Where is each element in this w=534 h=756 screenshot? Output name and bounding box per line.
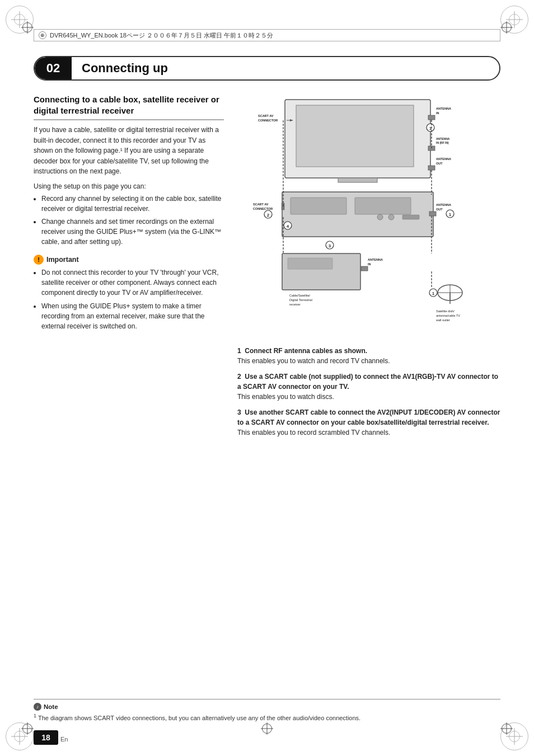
- bullet-item-1: Record any channel by selecting it on th…: [41, 194, 224, 214]
- crosshair-br: [500, 722, 513, 735]
- note-superscript: 1: [34, 713, 36, 719]
- svg-rect-34: [429, 212, 436, 216]
- chapter-title: Connecting up: [72, 61, 168, 76]
- svg-text:1: 1: [432, 291, 435, 296]
- svg-rect-20: [355, 198, 411, 214]
- svg-text:IN: IN: [436, 111, 439, 115]
- note-content: The diagram shows SCART video connection…: [38, 715, 360, 721]
- note-header: ♪ Note: [34, 703, 500, 711]
- crosshair-tl: [21, 21, 34, 34]
- svg-text:ANTENNA: ANTENNA: [436, 107, 451, 110]
- instruction-1: 1 Connect RF antenna cables as shown. Th…: [237, 346, 500, 366]
- svg-point-22: [388, 214, 394, 220]
- svg-text:ANTENNA: ANTENNA: [436, 157, 451, 161]
- warning-icon: !: [34, 255, 44, 265]
- instruction-3-text: This enables you to record scrambled TV …: [237, 429, 390, 436]
- instructions-section: 1 Connect RF antenna cables as shown. Th…: [237, 346, 500, 438]
- left-column: Connecting to a cable box, satellite rec…: [34, 94, 224, 689]
- important-list: Do not connect this recorder to your TV …: [41, 267, 224, 331]
- important-item-1: Do not connect this recorder to your TV …: [41, 267, 224, 298]
- svg-text:IN (RF IN): IN (RF IN): [436, 141, 449, 144]
- instruction-1-bold: 1 Connect RF antenna cables as shown.: [237, 347, 367, 355]
- file-info-text: DVR645H_WY_EN.book 18ページ ２００６年７月５日 水曜日 午…: [50, 31, 273, 40]
- svg-text:SCART AV: SCART AV: [253, 203, 269, 206]
- important-label: Important: [46, 256, 79, 264]
- bullet-item-2: Change channels and set timer recordings…: [41, 217, 224, 247]
- svg-text:3: 3: [329, 243, 331, 248]
- chapter-number: 02: [35, 57, 72, 79]
- bottom-note: ♪ Note 1 The diagram shows SCART video c…: [34, 699, 500, 722]
- svg-rect-1: [296, 105, 414, 167]
- svg-rect-44: [361, 266, 368, 271]
- svg-text:1: 1: [449, 212, 452, 217]
- diagram-container: SCART AV CONNECTOR ANTENNA IN 1 ANTENNA …: [237, 94, 500, 340]
- chapter-header: 02 Connecting up: [34, 56, 500, 81]
- crosshair-bl: [21, 722, 34, 735]
- crosshair-tr: [500, 21, 513, 34]
- note-label: Note: [44, 703, 58, 710]
- svg-text:OUT: OUT: [436, 208, 443, 211]
- svg-rect-38: [288, 258, 332, 269]
- svg-text:ANTENNA: ANTENNA: [368, 258, 383, 261]
- feature-list: Record any channel by selecting it on th…: [41, 194, 224, 247]
- important-item-2: When using the GUIDE Plus+ system to mak…: [41, 301, 224, 331]
- svg-text:Cable/Satellite/: Cable/Satellite/: [289, 294, 310, 297]
- svg-text:antenna/cable TV: antenna/cable TV: [436, 314, 460, 317]
- svg-text:SCART AV: SCART AV: [258, 114, 274, 118]
- section-title: Connecting to a cable box, satellite rec…: [34, 94, 224, 120]
- instruction-3: 3 Use another SCART cable to connect the…: [237, 407, 500, 438]
- page-number-box: 18: [34, 730, 58, 745]
- top-bar-circle: ⊕: [39, 31, 46, 39]
- main-content: Connecting to a cable box, satellite rec…: [34, 94, 500, 689]
- svg-rect-19: [291, 198, 346, 214]
- svg-rect-9: [428, 115, 435, 120]
- crosshair-bc: [261, 722, 273, 735]
- svg-text:CONNECTOR: CONNECTOR: [258, 119, 278, 122]
- important-header: ! Important: [34, 255, 224, 265]
- svg-text:wall outlet: wall outlet: [435, 318, 450, 322]
- svg-text:4: 4: [287, 224, 289, 229]
- svg-text:Digital Terrestrial: Digital Terrestrial: [289, 298, 312, 302]
- svg-text:Satellite dish/: Satellite dish/: [436, 309, 455, 313]
- using-setup-text: Using the setup on this page you can:: [34, 182, 224, 190]
- note-icon: ♪: [34, 703, 41, 711]
- instruction-2: 2 Use a SCART cable (not supplied) to co…: [237, 372, 500, 402]
- svg-rect-23: [402, 215, 419, 219]
- page-lang: En: [60, 736, 68, 743]
- important-box: ! Important Do not connect this recorder…: [34, 255, 224, 331]
- svg-text:IN: IN: [368, 262, 371, 266]
- svg-text:OUT: OUT: [436, 162, 443, 165]
- instruction-3-bold: 3 Use another SCART cable to connect the…: [237, 408, 500, 426]
- svg-rect-17: [428, 166, 435, 170]
- svg-point-21: [377, 214, 383, 220]
- svg-text:receiver: receiver: [289, 303, 301, 306]
- instruction-1-text: This enables you to watch and record TV …: [237, 357, 390, 365]
- svg-text:ANTENNA: ANTENNA: [436, 137, 450, 140]
- note-text: 1 The diagram shows SCART video connecti…: [34, 712, 500, 722]
- page-number: 18: [41, 733, 50, 742]
- svg-text:ANTENNA: ANTENNA: [436, 203, 451, 206]
- instruction-2-text: This enables you to watch discs.: [237, 393, 334, 401]
- svg-text:2: 2: [267, 213, 270, 218]
- right-column: SCART AV CONNECTOR ANTENNA IN 1 ANTENNA …: [237, 94, 500, 689]
- intro-text: If you have a cable, satellite or digita…: [34, 125, 224, 177]
- svg-text:CONNECTOR: CONNECTOR: [253, 207, 273, 210]
- instruction-2-bold: 2 Use a SCART cable (not supplied) to co…: [237, 373, 498, 391]
- connection-diagram: SCART AV CONNECTOR ANTENNA IN 1 ANTENNA …: [237, 94, 500, 340]
- svg-rect-2: [338, 178, 377, 182]
- file-info-bar: ⊕ DVR645H_WY_EN.book 18ページ ２００６年７月５日 水曜日…: [34, 29, 500, 41]
